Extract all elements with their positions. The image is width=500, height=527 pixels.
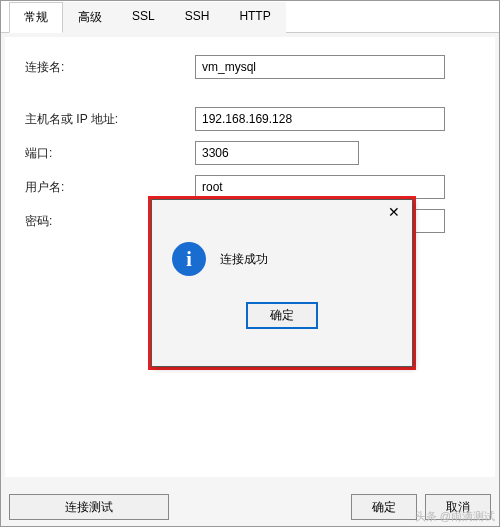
dialog-footer: 确定: [152, 290, 412, 341]
ok-button[interactable]: 确定: [351, 494, 417, 520]
tab-http[interactable]: HTTP: [224, 2, 285, 33]
host-input[interactable]: [195, 107, 445, 131]
tab-ssh[interactable]: SSH: [170, 2, 225, 33]
connection-dialog: 常规 高级 SSL SSH HTTP 连接名: 主机名或 IP 地址: 端口: …: [0, 0, 500, 527]
dialog-titlebar: ✕: [152, 200, 412, 228]
test-connection-button[interactable]: 连接测试: [9, 494, 169, 520]
close-icon[interactable]: ✕: [376, 200, 412, 224]
tab-general[interactable]: 常规: [9, 2, 63, 33]
conn-name-label: 连接名:: [25, 59, 195, 76]
dialog-message: 连接成功: [220, 251, 268, 268]
tab-bar: 常规 高级 SSL SSH HTTP: [1, 1, 499, 33]
message-dialog: ✕ 连接成功 确定: [151, 199, 413, 367]
dialog-ok-button[interactable]: 确定: [246, 302, 318, 329]
port-input[interactable]: [195, 141, 359, 165]
tab-advanced[interactable]: 高级: [63, 2, 117, 33]
dialog-body: 连接成功: [152, 228, 412, 290]
conn-name-input[interactable]: [195, 55, 445, 79]
user-label: 用户名:: [25, 179, 195, 196]
host-label: 主机名或 IP 地址:: [25, 111, 195, 128]
tab-ssl[interactable]: SSL: [117, 2, 170, 33]
port-label: 端口:: [25, 145, 195, 162]
info-icon: [172, 242, 206, 276]
watermark: 头条 @雨滴测试: [415, 509, 495, 524]
